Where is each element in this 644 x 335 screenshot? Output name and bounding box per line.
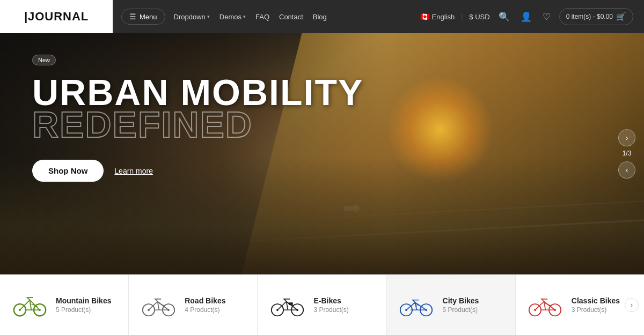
classic-bikes-name: Classic Bikes bbox=[572, 296, 620, 305]
category-mountain-bikes[interactable]: Mountain Bikes 5 Product(s) bbox=[0, 275, 129, 335]
category-city-bikes[interactable]: City Bikes 5 Product(s) bbox=[387, 275, 516, 335]
flag-icon: 🇨🇦 bbox=[420, 12, 429, 21]
classic-bike-icon bbox=[526, 289, 564, 321]
cart-icon: 🛒 bbox=[616, 12, 626, 21]
category-road-bikes[interactable]: Road Bikes 4 Product(s) bbox=[129, 275, 258, 335]
cart-label: 0 item(s) - $0.00 bbox=[566, 13, 613, 20]
mountain-bikes-info: Mountain Bikes 5 Product(s) bbox=[56, 296, 111, 314]
slider-prev-button[interactable]: ‹ bbox=[618, 161, 635, 178]
mountain-bikes-name: Mountain Bikes bbox=[56, 296, 111, 305]
city-bikes-name: City Bikes bbox=[443, 296, 479, 305]
language-label: English bbox=[432, 13, 455, 21]
classic-bikes-info: Classic Bikes 3 Product(s) bbox=[572, 296, 620, 314]
e-bike-icon bbox=[268, 289, 306, 321]
road-bikes-info: Road Bikes 4 Product(s) bbox=[185, 296, 225, 314]
slider-next-button[interactable]: › bbox=[618, 129, 635, 146]
nav-demos[interactable]: Demos ▾ bbox=[219, 13, 246, 21]
menu-button[interactable]: ☰ Menu bbox=[121, 9, 165, 25]
menu-label: Menu bbox=[140, 13, 157, 21]
hero-content: New URBAN MOBILITY REDEFINED Shop Now Le… bbox=[0, 33, 644, 274]
search-icon: 🔍 bbox=[499, 12, 510, 22]
city-bikes-info: City Bikes 5 Product(s) bbox=[443, 296, 479, 314]
slider-counter: 1/3 bbox=[623, 150, 632, 158]
search-button[interactable]: 🔍 bbox=[496, 9, 512, 25]
wishlist-button[interactable]: ♡ bbox=[540, 9, 553, 25]
nav-faq[interactable]: FAQ bbox=[255, 13, 269, 21]
chevron-down-icon: ▾ bbox=[207, 14, 210, 19]
category-bar: Mountain Bikes 5 Product(s) Road Bikes 4… bbox=[0, 274, 644, 335]
hero-badge: New bbox=[32, 55, 56, 65]
svg-line-25 bbox=[546, 303, 552, 306]
header: |JOURNAL ☰ Menu Dropdown ▾ Demos ▾ FAQ C… bbox=[0, 0, 644, 33]
road-bikes-name: Road Bikes bbox=[185, 296, 225, 305]
category-classic-bikes[interactable]: Classic Bikes 3 Product(s) › bbox=[516, 275, 644, 335]
divider: | bbox=[461, 13, 463, 20]
classic-bikes-count: 3 Product(s) bbox=[572, 306, 620, 314]
currency-label: $ USD bbox=[469, 13, 489, 21]
user-icon: 👤 bbox=[521, 12, 532, 22]
nav-dropdown[interactable]: Dropdown ▾ bbox=[174, 13, 210, 21]
road-bikes-count: 4 Product(s) bbox=[185, 306, 225, 314]
e-bikes-name: E-Bikes bbox=[313, 296, 348, 305]
category-e-bikes[interactable]: E-Bikes 3 Product(s) bbox=[258, 275, 386, 335]
shop-now-button[interactable]: Shop Now bbox=[32, 160, 104, 182]
heart-icon: ♡ bbox=[543, 12, 551, 22]
category-next-button[interactable]: › bbox=[625, 298, 639, 312]
city-bike-icon bbox=[398, 289, 435, 321]
hero-section: ⬆ New URBAN MOBILITY REDEFINED Shop Now … bbox=[0, 33, 644, 274]
mountain-bike-icon bbox=[11, 289, 48, 321]
account-button[interactable]: 👤 bbox=[518, 9, 534, 25]
main-nav: Dropdown ▾ Demos ▾ FAQ Contact Blog bbox=[174, 13, 412, 21]
logo-text: |JOURNAL bbox=[24, 10, 89, 24]
logo[interactable]: |JOURNAL bbox=[0, 0, 113, 33]
e-bikes-info: E-Bikes 3 Product(s) bbox=[313, 296, 348, 314]
learn-more-button[interactable]: Learn more bbox=[114, 167, 153, 175]
slider-navigation: › 1/3 ‹ bbox=[618, 129, 635, 178]
header-right: 🇨🇦 English | $ USD 🔍 👤 ♡ 0 item(s) - $0.… bbox=[420, 8, 633, 25]
city-bikes-count: 5 Product(s) bbox=[443, 306, 479, 314]
chevron-down-icon: ▾ bbox=[243, 14, 246, 19]
nav-contact[interactable]: Contact bbox=[279, 13, 303, 21]
svg-line-9 bbox=[159, 303, 165, 306]
road-bike-icon bbox=[140, 289, 177, 321]
e-bikes-count: 3 Product(s) bbox=[313, 306, 348, 314]
mountain-bikes-count: 5 Product(s) bbox=[56, 306, 111, 314]
language-selector[interactable]: 🇨🇦 English bbox=[420, 12, 455, 21]
cart-button[interactable]: 0 item(s) - $0.00 🛒 bbox=[559, 8, 633, 25]
hero-actions: Shop Now Learn more bbox=[32, 160, 612, 182]
nav-blog[interactable]: Blog bbox=[313, 13, 327, 21]
hamburger-icon: ☰ bbox=[129, 12, 136, 21]
